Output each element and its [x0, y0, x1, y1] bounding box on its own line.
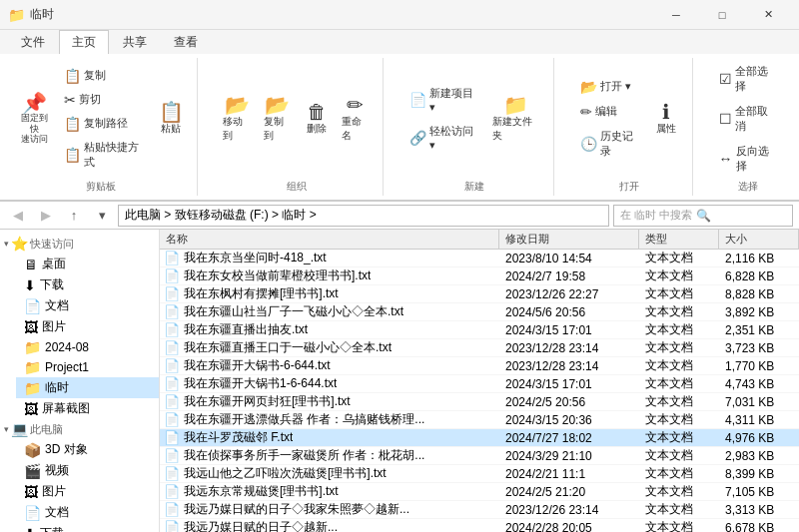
table-row[interactable]: 📄 我在东疆开网页封狂[理书书].txt 2024/2/5 20:56 文本文档… — [160, 393, 799, 411]
copy-to-button[interactable]: 📂 复制到 — [259, 92, 297, 146]
new-item-button[interactable]: 📄 新建项目 ▾ — [403, 82, 485, 118]
properties-button[interactable]: ℹ 属性 — [648, 99, 684, 139]
copy-path-button[interactable]: 📋 复制路径 — [58, 112, 151, 135]
new-folder-label: 新建文件夹 — [492, 115, 540, 143]
file-name: 我在东女校当做前辈橙校理书书].txt — [184, 267, 371, 284]
up-button[interactable]: ↑ — [62, 205, 86, 227]
back-button[interactable]: ◀ — [6, 205, 30, 227]
table-row[interactable]: 📄 我在东疆开大锅书1-6-644.txt 2024/3/15 17:01 文本… — [160, 375, 799, 393]
search-box[interactable]: 在 临时 中搜索 🔍 — [613, 205, 793, 227]
file-name: 我在东疆直播出抽友.txt — [184, 321, 308, 338]
col-type-label: 类型 — [645, 232, 667, 247]
file-type: 文本文档 — [639, 303, 719, 320]
quick-access-section[interactable]: ▾ ⭐ 快速访问 — [0, 234, 159, 254]
sidebar-item-screenshots[interactable]: 🖼 屏幕截图 — [16, 398, 159, 419]
edit-label: 编辑 — [595, 104, 617, 119]
file-icon: 📄 — [164, 358, 180, 373]
paste-shortcut-button[interactable]: 📋 粘贴快捷方式 — [58, 136, 151, 174]
file-icon: 📄 — [164, 251, 180, 266]
sidebar-item-downloads[interactable]: ⬇ 下载 — [16, 274, 159, 295]
sidebar-item-screenshots-label: 屏幕截图 — [42, 400, 90, 417]
recent-button[interactable]: ▾ — [90, 205, 114, 227]
open-button[interactable]: 📂 打开 ▾ — [574, 75, 646, 98]
table-row[interactable]: 📄 我远山他之乙吓啦次洗磁煲[理书书].txt 2024/2/21 11:1 文… — [160, 465, 799, 483]
col-header-name[interactable]: 名称 — [160, 230, 499, 249]
col-header-type[interactable]: 类型 — [639, 230, 719, 249]
new-folder-button[interactable]: 📁 新建文件夹 — [487, 92, 545, 146]
table-row[interactable]: 📄 我在东女校当做前辈橙校理书书].txt 2024/2/7 19:58 文本文… — [160, 267, 799, 285]
file-date: 2024/2/5 20:56 — [499, 395, 639, 409]
file-date: 2023/8/10 14:54 — [499, 252, 639, 266]
table-row[interactable]: 📄 我在侦探事务所手一家磁煲所 作者：枇花胡... 2024/3/29 21:1… — [160, 447, 799, 465]
move-to-button[interactable]: 📂 移动到 — [218, 92, 256, 146]
table-row[interactable]: 📄 我远东京常规磁煲[理书书].txt 2024/2/5 21:20 文本文档 … — [160, 483, 799, 501]
file-name: 我远乃媒日赋的日子◇越新... — [184, 519, 338, 532]
table-row[interactable]: 📄 我在东京当坐问时-418_.txt 2023/8/10 14:54 文本文档… — [160, 250, 799, 267]
file-name: 我在东疆开大锅书1-6-644.txt — [184, 375, 337, 392]
table-row[interactable]: 📄 我远乃媒日赋的日子◇我家朱照夢◇越新... 2023/12/26 23:14… — [160, 501, 799, 519]
col-name-label: 名称 — [166, 232, 188, 247]
documents-icon: 📄 — [24, 298, 41, 314]
folder-temp-icon: 📁 — [24, 380, 41, 396]
ribbon-group-organize: 📂 移动到 📂 复制到 🗑 删除 ✏ 重命名 组织 — [214, 58, 383, 196]
easy-access-button[interactable]: 🔗 轻松访问 ▾ — [403, 120, 485, 156]
address-path[interactable]: 此电脑 > 致钰移动磁盘 (F:) > 临时 > — [118, 205, 609, 227]
sidebar-item-temp[interactable]: 📁 临时 — [16, 377, 159, 398]
file-size: 2,983 KB — [719, 449, 799, 463]
file-date: 2023/12/26 23:14 — [499, 503, 639, 517]
sidebar-item-pictures[interactable]: 🖼 图片 — [16, 316, 159, 337]
maximize-button[interactable]: □ — [699, 0, 745, 30]
close-button[interactable]: ✕ — [745, 0, 791, 30]
cut-button[interactable]: ✂ 剪切 — [58, 88, 151, 111]
title-bar: 📁 临时 ─ □ ✕ — [0, 0, 799, 30]
deselect-all-button[interactable]: ☐ 全部取消 — [713, 100, 783, 138]
table-row[interactable]: 📄 我在东枫村有摆摊[理书书].txt 2023/12/26 22:27 文本文… — [160, 285, 799, 303]
table-row[interactable]: 📄 我在东疆开逃漂做兵器 作者：乌搞赌钱桥理... 2024/3/15 20:3… — [160, 411, 799, 429]
paste-icon: 📋 — [159, 102, 184, 122]
tab-view[interactable]: 查看 — [161, 30, 211, 54]
table-row[interactable]: 📄 我在东疆山社当厂子一飞磁小心◇全本.txt 2024/5/6 20:56 文… — [160, 303, 799, 321]
file-name: 我在东疆开逃漂做兵器 作者：乌搞赌钱桥理... — [184, 411, 424, 428]
paste-button[interactable]: 📋 粘贴 — [153, 99, 189, 139]
organize-label: 组织 — [287, 180, 307, 194]
col-header-size[interactable]: 大小 — [719, 230, 799, 249]
sidebar-item-docs2[interactable]: 📄文档 — [16, 502, 159, 523]
sidebar-item-3d[interactable]: 📦3D 对象 — [16, 439, 159, 460]
history-label: 历史记录 — [600, 129, 640, 159]
history-button[interactable]: 🕒 历史记录 — [574, 125, 646, 163]
copy-to-label: 复制到 — [264, 115, 292, 143]
file-type: 文本文档 — [639, 339, 719, 356]
pictures-icon: 🖼 — [24, 319, 38, 335]
quick-access-icon: ⭐ — [11, 236, 28, 252]
rename-label: 重命名 — [342, 115, 370, 143]
sidebar-item-pictures2[interactable]: 🖼图片 — [16, 481, 159, 502]
tab-home[interactable]: 主页 — [59, 30, 109, 54]
minimize-button[interactable]: ─ — [653, 0, 699, 30]
sidebar-item-desktop[interactable]: 🖥 桌面 — [16, 254, 159, 274]
sidebar-item-video[interactable]: 🎬视频 — [16, 460, 159, 481]
pin-quick-access-button[interactable]: 📌 固定到快速访问 — [12, 90, 56, 148]
sidebar-item-2024-08[interactable]: 📁 2024-08 — [16, 337, 159, 357]
quick-access-arrow: ▾ — [4, 239, 9, 249]
table-row[interactable]: 📄 我在斗罗茂磁邻 F.txt 2024/7/27 18:02 文本文档 4,9… — [160, 429, 799, 447]
col-header-date[interactable]: 修改日期 — [499, 230, 639, 249]
sidebar-item-documents[interactable]: 📄 文档 — [16, 295, 159, 316]
tab-file[interactable]: 文件 — [8, 30, 58, 54]
tab-share[interactable]: 共享 — [110, 30, 160, 54]
table-row[interactable]: 📄 我远乃媒日赋的日子◇越新... 2024/2/28 20:05 文本文档 6… — [160, 519, 799, 532]
sidebar-item-dl2[interactable]: ⬇下载 — [16, 523, 159, 532]
file-icon: 📄 — [164, 412, 180, 427]
forward-button[interactable]: ▶ — [34, 205, 58, 227]
sidebar-item-project1[interactable]: 📁 Project1 — [16, 357, 159, 377]
edit-button[interactable]: ✏ 编辑 — [574, 100, 646, 123]
invert-selection-button[interactable]: ↔ 反向选择 — [713, 140, 783, 178]
copy-button[interactable]: 📋 复制 — [58, 64, 151, 87]
sidebar-3d-label: 3D 对象 — [45, 441, 88, 458]
this-pc-section[interactable]: ▾ 💻 此电脑 — [0, 419, 159, 439]
table-row[interactable]: 📄 我在东疆开大锅书-6-644.txt 2023/12/28 23:14 文本… — [160, 357, 799, 375]
table-row[interactable]: 📄 我在东疆直播出抽友.txt 2024/3/15 17:01 文本文档 2,3… — [160, 321, 799, 339]
select-all-button[interactable]: ☑ 全部选择 — [713, 60, 783, 98]
table-row[interactable]: 📄 我在东疆直播王口于一磁小心◇全本.txt 2023/12/28 23:14 … — [160, 339, 799, 357]
rename-button[interactable]: ✏ 重命名 — [337, 92, 375, 146]
delete-button[interactable]: 🗑 删除 — [299, 99, 335, 139]
